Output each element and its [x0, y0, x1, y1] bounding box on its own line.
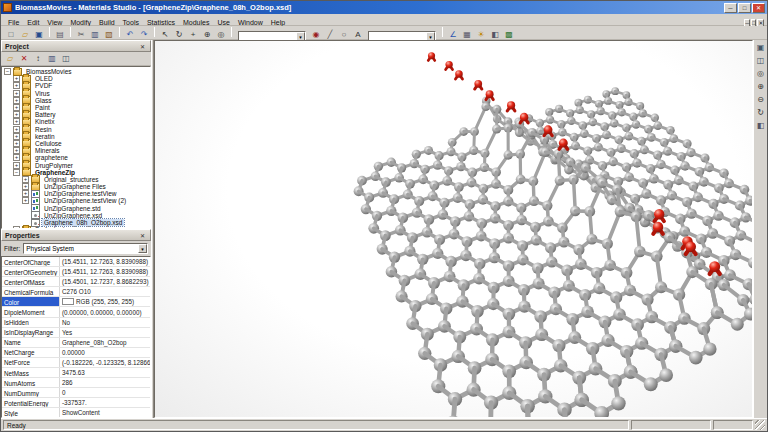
- view-top-icon[interactable]: ◫: [754, 55, 767, 67]
- copy-icon[interactable]: ▥: [89, 29, 102, 41]
- property-row-potentialenergy[interactable]: PotentialEnergy-337537.: [2, 398, 150, 408]
- carbon-bond[interactable]: [565, 410, 567, 417]
- expand-icon[interactable]: +: [13, 162, 20, 169]
- tree-item-unzipgraphene-testview-2[interactable]: +UnZipGraphene.testView (2): [2, 197, 150, 204]
- property-row-numdummy[interactable]: NumDummy0: [2, 388, 150, 398]
- expand-icon[interactable]: +: [13, 75, 20, 82]
- undo-icon[interactable]: ↶: [124, 29, 137, 41]
- oxygen-atom[interactable]: [544, 125, 553, 134]
- tree-item-unzipgraphene-testview[interactable]: +UnZipGraphene.testView: [2, 190, 150, 197]
- oxygen-atom[interactable]: [428, 52, 435, 59]
- tree-item-unzipgraphene-std[interactable]: UnZipGraphene.std: [2, 205, 150, 212]
- property-row-centerofmass[interactable]: CenterOfMass(15.4501, 12.7237, 8.8682293…: [2, 277, 150, 287]
- label-tool-icon[interactable]: A: [352, 29, 365, 41]
- expand-icon[interactable]: +: [13, 147, 20, 154]
- expand-icon[interactable]: +: [13, 90, 20, 97]
- 3d-viewport[interactable]: [154, 40, 753, 418]
- expand-icon[interactable]: +: [13, 140, 20, 147]
- property-row-netforce[interactable]: NetForce(-0.182226, -0.123325, 8.128668): [2, 358, 150, 368]
- carbon-atom[interactable]: [611, 396, 625, 410]
- carbon-atom[interactable]: [689, 351, 703, 365]
- expand-icon[interactable]: +: [13, 133, 20, 140]
- expand-icon[interactable]: +: [22, 176, 29, 183]
- property-row-isindisplayrange[interactable]: IsInDisplayRangeYes: [2, 328, 150, 338]
- expand-icon[interactable]: +: [13, 118, 20, 125]
- carbon-atom[interactable]: [703, 342, 716, 355]
- oxygen-atom[interactable]: [474, 80, 482, 88]
- cut-icon[interactable]: ✂: [75, 29, 88, 41]
- expand-icon[interactable]: +: [13, 104, 20, 111]
- tree-item-unzipgraphene-xsd[interactable]: UnZipGraphene.xsd: [2, 212, 150, 219]
- render-style-icon[interactable]: ◧: [754, 120, 767, 132]
- carbon-atom[interactable]: [644, 377, 658, 391]
- split-view-icon[interactable]: ◫: [60, 53, 73, 65]
- property-row-netmass[interactable]: NetMass3475.63: [2, 368, 150, 378]
- oxygen-atom[interactable]: [653, 222, 664, 233]
- minimize-button[interactable]: ─: [724, 3, 737, 13]
- zoom-in-icon[interactable]: ⊕: [754, 81, 767, 93]
- zoom-out-icon[interactable]: ⊖: [754, 94, 767, 106]
- oxygen-atom[interactable]: [709, 261, 720, 272]
- collapse-icon[interactable]: −: [4, 68, 11, 75]
- rotate-view-icon[interactable]: ↻: [754, 107, 767, 119]
- expand-icon[interactable]: +: [13, 111, 20, 118]
- collapse-icon[interactable]: −: [13, 169, 20, 176]
- view-fit-icon[interactable]: ◎: [754, 68, 767, 80]
- expand-icon[interactable]: +: [13, 82, 20, 89]
- property-row-centerofcharge[interactable]: CenterOfCharge(15.4511, 12.7263, 8.83909…: [2, 257, 150, 267]
- property-row-centerofgeometry[interactable]: CenterOfGeometry(15.4511, 12.7263, 8.839…: [2, 267, 150, 277]
- oxygen-atom[interactable]: [507, 101, 515, 109]
- property-row-netcharge[interactable]: NetCharge0.00000: [2, 348, 150, 358]
- bond-tool-icon[interactable]: ╱: [324, 29, 337, 41]
- new-document-icon[interactable]: □: [5, 29, 18, 41]
- oxygen-atom[interactable]: [685, 241, 696, 252]
- carbon-atom[interactable]: [446, 415, 461, 417]
- expand-icon[interactable]: +: [22, 183, 29, 190]
- atom-tool-icon[interactable]: ◉: [310, 29, 323, 41]
- property-row-name[interactable]: NameGraphene_08h_O2bop: [2, 338, 150, 348]
- expand-icon[interactable]: +: [13, 126, 20, 133]
- tree-item-original-structures[interactable]: +Original_structures: [2, 176, 150, 183]
- resize-grip[interactable]: [755, 420, 765, 430]
- lighting-icon[interactable]: ☀: [475, 29, 488, 41]
- carbon-atom[interactable]: [750, 293, 752, 305]
- sort-items-icon[interactable]: ↕: [32, 53, 45, 65]
- oxygen-atom[interactable]: [486, 90, 494, 98]
- property-row-style[interactable]: StyleShowContent: [2, 408, 150, 418]
- expand-icon[interactable]: +: [22, 190, 29, 197]
- close-properties-panel-button[interactable]: ✕: [138, 231, 147, 240]
- print-icon[interactable]: ▤: [54, 29, 67, 41]
- tree-item-unzipgraphene-files[interactable]: +UnZipGraphene Files: [2, 183, 150, 190]
- expand-icon[interactable]: +: [13, 97, 20, 104]
- fit-view-icon[interactable]: ◎: [215, 29, 228, 41]
- oxygen-atom[interactable]: [455, 70, 463, 78]
- open-icon[interactable]: ▱: [19, 29, 32, 41]
- measure-tool-icon[interactable]: ∠: [447, 29, 460, 41]
- view-front-icon[interactable]: ▣: [754, 42, 767, 54]
- expand-icon[interactable]: +: [13, 154, 20, 161]
- redo-icon[interactable]: ↷: [138, 29, 151, 41]
- save-icon[interactable]: ▣: [33, 29, 46, 41]
- carbon-atom[interactable]: [659, 368, 673, 382]
- new-folder-icon[interactable]: ▱: [4, 53, 17, 65]
- zoom-tool-icon[interactable]: ⊕: [201, 29, 214, 41]
- chevron-down-icon[interactable]: ▾: [138, 244, 147, 253]
- delete-item-icon[interactable]: ✕: [18, 53, 31, 65]
- expand-icon[interactable]: +: [22, 197, 29, 204]
- close-project-panel-button[interactable]: ✕: [138, 42, 147, 51]
- selection-tool-icon[interactable]: ↖: [159, 29, 172, 41]
- camera-icon[interactable]: ▦: [461, 29, 474, 41]
- carbon-atom[interactable]: [731, 318, 744, 331]
- molecule-canvas[interactable]: [155, 41, 752, 417]
- property-row-ishidden[interactable]: IsHiddenNo: [2, 318, 150, 328]
- ring-tool-icon[interactable]: ○: [338, 29, 351, 41]
- display-style-icon[interactable]: ◧: [489, 29, 502, 41]
- rotate-tool-icon[interactable]: ↻: [173, 29, 186, 41]
- carbon-bond[interactable]: [453, 399, 455, 417]
- chart-view-icon[interactable]: ▩: [503, 29, 516, 41]
- oxygen-atom[interactable]: [559, 139, 568, 148]
- oxygen-atom[interactable]: [445, 61, 452, 68]
- translate-tool-icon[interactable]: +: [187, 29, 200, 41]
- paste-icon[interactable]: ▧: [103, 29, 116, 41]
- property-row-chemicalformula[interactable]: ChemicalFormulaC276 O10: [2, 287, 150, 297]
